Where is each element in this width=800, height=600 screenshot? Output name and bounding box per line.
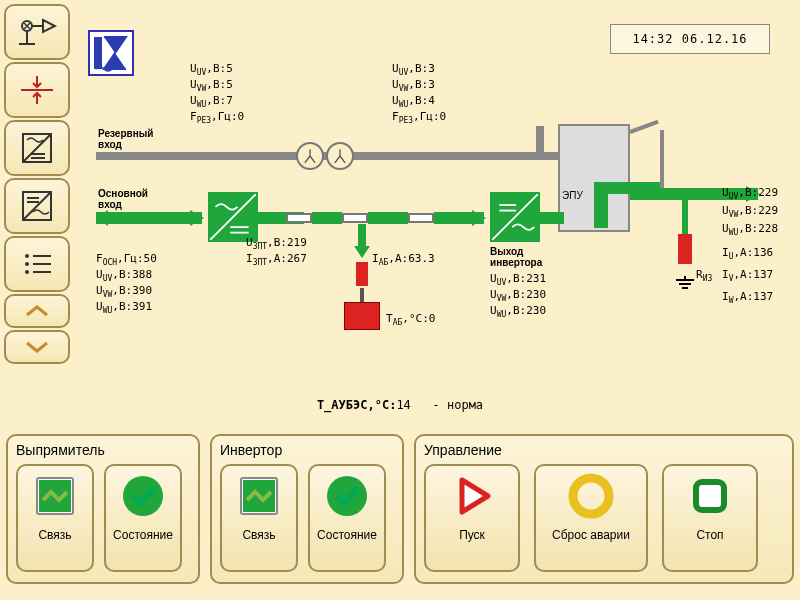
- reserve2-uvw-label: UVW,В:3: [392, 78, 435, 93]
- nav-up-button[interactable]: [4, 294, 70, 328]
- inverter-title: Инвертор: [220, 442, 394, 458]
- control-panel: Управление Пуск Сброс аварии Стоп: [414, 434, 794, 584]
- reserve2-uuv-label: UUV,В:3: [392, 62, 435, 77]
- riz-label: RИЗ: [696, 268, 712, 283]
- svg-point-36: [573, 478, 609, 514]
- fuse1-icon: [286, 213, 312, 223]
- sidebar: [4, 4, 72, 364]
- link-icon: [31, 472, 79, 520]
- rectifier-state-button[interactable]: Состояние: [104, 464, 182, 572]
- zpt-u-label: UЗПТ,В:219: [246, 236, 307, 251]
- play-icon: [448, 472, 496, 520]
- svg-point-15: [25, 262, 29, 266]
- out-iv-label: IV,А:137: [722, 268, 773, 283]
- svg-line-10: [23, 192, 51, 220]
- main-fosn-label: FОСН,Гц:50: [96, 252, 157, 267]
- fuse3-icon: [408, 213, 434, 223]
- inverter-state-button[interactable]: Состояние: [308, 464, 386, 572]
- main-uuv-label: UUV,В:388: [96, 268, 152, 283]
- inverter-out-label: Выходинвертора: [490, 246, 542, 268]
- reserve-uwu-label: UWU,В:7: [190, 94, 233, 109]
- fuse2-icon: [342, 213, 368, 223]
- nav-inverter-button[interactable]: [4, 178, 70, 234]
- svg-point-13: [25, 254, 29, 258]
- riz-resistor-icon: [678, 234, 692, 264]
- rectifier-link-button[interactable]: Связь: [16, 464, 94, 572]
- ring-icon: [567, 472, 615, 520]
- transformer2-icon: [326, 142, 354, 170]
- reserve-uvw-label: UVW,В:5: [190, 78, 233, 93]
- svg-line-23: [492, 194, 538, 240]
- rectifier-block: [208, 192, 258, 242]
- control-title: Управление: [424, 442, 784, 458]
- invout-uuv-label: UUV,В:231: [490, 272, 546, 287]
- out-uvw-label: UVW,В:229: [722, 204, 778, 219]
- inverter-link-button[interactable]: Связь: [220, 464, 298, 572]
- alarm-reset-button[interactable]: Сброс аварии: [534, 464, 648, 572]
- power-diagram: UUV,В:5 UVW,В:5 UWU,В:7 FРЕЗ,Гц:0 UUV,В:…: [82, 60, 782, 410]
- out-uuv-label: UUV,В:229: [722, 186, 778, 201]
- invout-uwu-label: UWU,В:230: [490, 304, 546, 319]
- datetime-display: 14:32 06.12.16: [610, 24, 770, 54]
- reserve-uuv-label: UUV,В:5: [190, 62, 233, 77]
- inverter-block: [490, 192, 540, 242]
- nav-list-button[interactable]: [4, 236, 70, 292]
- bat-t-label: TАБ,°C:0: [386, 312, 435, 327]
- out-iu-label: IU,А:136: [722, 246, 773, 261]
- stop-button[interactable]: Стоп: [662, 464, 758, 572]
- nav-rectifier-button[interactable]: [4, 120, 70, 176]
- reserve-input-label: Резервныйвход: [98, 128, 153, 150]
- transformer1-icon: [296, 142, 324, 170]
- nav-down-button[interactable]: [4, 330, 70, 364]
- main-input-label: Основнойвход: [98, 188, 148, 210]
- rectifier-title: Выпрямитель: [16, 442, 190, 458]
- rectifier-panel: Выпрямитель Связь Состояние: [6, 434, 200, 584]
- epu-label: ЭПУ: [562, 190, 583, 201]
- reserve2-fres-label: FРЕЗ,Гц:0: [392, 110, 446, 125]
- svg-rect-37: [696, 482, 724, 510]
- invout-uvw-label: UVW,В:230: [490, 288, 546, 303]
- bat-i-label: IАБ,А:63.3: [372, 252, 435, 267]
- link-icon: [235, 472, 283, 520]
- zpt-i-label: IЗПТ,А:267: [246, 252, 307, 267]
- main-uvw-label: UVW,В:390: [96, 284, 152, 299]
- main-uwu-label: UWU,В:391: [96, 300, 152, 315]
- bottom-panel: Выпрямитель Связь Состояние Инвертор Свя…: [6, 434, 794, 584]
- reserve-fres-label: FРЕЗ,Гц:0: [190, 110, 244, 125]
- nav-schematic-button[interactable]: [4, 4, 70, 60]
- reserve2-uwu-label: UWU,В:4: [392, 94, 435, 109]
- ground-icon: [674, 276, 696, 295]
- out-iw-label: IW,А:137: [722, 290, 773, 305]
- inverter-panel: Инвертор Связь Состояние: [210, 434, 404, 584]
- check-icon: [323, 472, 371, 520]
- battery-icon: [344, 302, 380, 330]
- nav-compress-button[interactable]: [4, 62, 70, 118]
- check-icon: [119, 472, 167, 520]
- stop-icon: [686, 472, 734, 520]
- battery-fuse-icon: [356, 262, 368, 286]
- out-uwu-label: UWU,В:228: [722, 222, 778, 237]
- svg-point-17: [25, 270, 29, 274]
- temp-status-line: T_АУБЭС,°C:14 - норма: [0, 398, 800, 412]
- start-button[interactable]: Пуск: [424, 464, 520, 572]
